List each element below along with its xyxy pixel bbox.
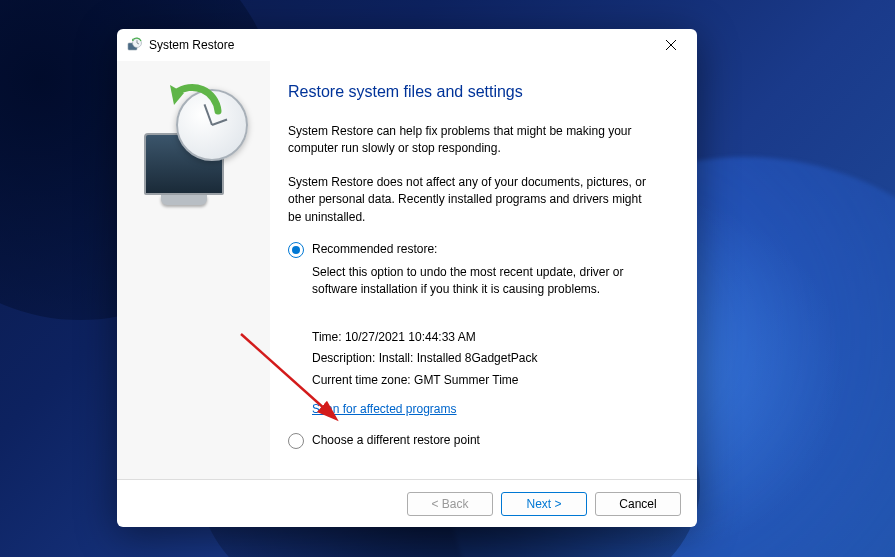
detail-description: Description: Install: Installed 8GadgetP…: [312, 348, 675, 368]
next-button[interactable]: Next >: [501, 492, 587, 516]
recommended-restore-label[interactable]: Recommended restore:: [312, 242, 437, 256]
scan-affected-programs-link[interactable]: Scan for affected programs: [312, 399, 457, 419]
dialog-content: Restore system files and settings System…: [270, 61, 697, 479]
titlebar: System Restore: [117, 29, 697, 61]
different-restore-point-radio[interactable]: [288, 433, 304, 449]
system-restore-dialog: System Restore Restore system files and …: [117, 29, 697, 527]
intro-paragraph-1: System Restore can help fix problems tha…: [288, 123, 648, 158]
recommended-restore-radio[interactable]: [288, 242, 304, 258]
restore-point-details: Time: 10/27/2021 10:44:33 AM Description…: [312, 327, 675, 434]
different-restore-point-label[interactable]: Choose a different restore point: [312, 433, 480, 447]
back-button: < Back: [407, 492, 493, 516]
system-restore-icon: [127, 37, 143, 53]
page-heading: Restore system files and settings: [288, 83, 675, 101]
close-button[interactable]: [653, 31, 689, 59]
dialog-footer: < Back Next > Cancel: [117, 479, 697, 527]
intro-paragraph-2: System Restore does not affect any of yo…: [288, 174, 648, 226]
detail-timezone: Current time zone: GMT Summer Time: [312, 370, 675, 390]
window-title: System Restore: [149, 38, 653, 52]
recommended-restore-description: Select this option to undo the most rece…: [312, 264, 632, 299]
detail-time: Time: 10/27/2021 10:44:33 AM: [312, 327, 675, 347]
dialog-graphic-pane: [117, 61, 270, 479]
cancel-button[interactable]: Cancel: [595, 492, 681, 516]
restore-graphic: [134, 87, 254, 207]
